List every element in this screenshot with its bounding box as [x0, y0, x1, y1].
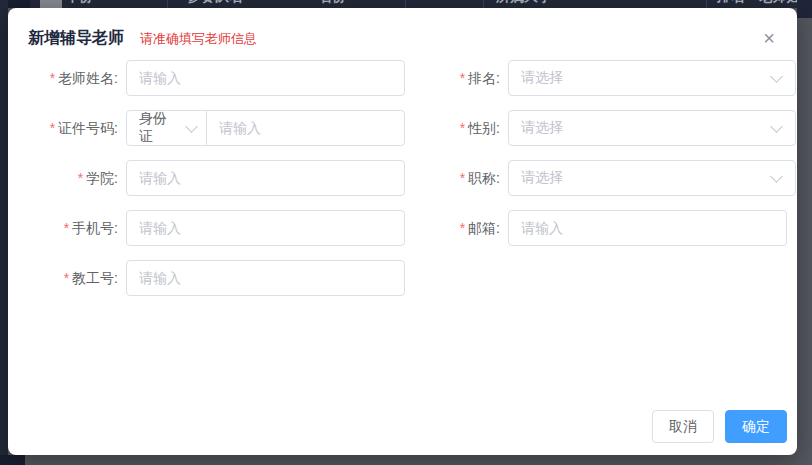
college-input[interactable]	[126, 160, 405, 196]
id-number-input[interactable]	[207, 111, 404, 145]
teacher-name-label: *老师姓名:	[28, 60, 126, 96]
chevron-down-icon	[770, 70, 783, 83]
background-left-strip	[0, 0, 8, 465]
dialog-header: 新增辅导老师 请准确填写老师信息	[8, 8, 797, 48]
chevron-down-icon	[770, 120, 783, 133]
gender-select[interactable]: 请选择	[508, 110, 796, 146]
form-field-id-number: *证件号码: 身份证	[28, 110, 405, 146]
cancel-button[interactable]: 取消	[652, 410, 714, 443]
title-label: *职称:	[405, 160, 508, 196]
rank-label: *排名:	[405, 60, 508, 96]
chevron-down-icon	[185, 120, 198, 133]
bg-column-university: 所属大学	[496, 0, 552, 6]
background-scroll-thumb	[40, 0, 62, 8]
required-asterisk: *	[460, 70, 465, 86]
required-asterisk: *	[64, 270, 69, 286]
required-asterisk: *	[50, 70, 55, 86]
phone-label: *手机号:	[28, 210, 126, 246]
id-type-select[interactable]: 身份证	[127, 111, 207, 145]
phone-input[interactable]	[126, 210, 405, 246]
staff-id-input[interactable]	[126, 260, 405, 296]
bg-column-rank: 排名	[717, 0, 745, 6]
id-number-group: 身份证	[126, 110, 405, 146]
teacher-name-input[interactable]	[126, 60, 405, 96]
column-divider	[483, 0, 484, 8]
form-field-gender: *性别: 请选择	[405, 110, 796, 146]
form-field-email: *邮箱:	[405, 210, 796, 246]
staff-id-label: *教工号:	[28, 260, 126, 296]
chevron-down-icon	[770, 170, 783, 183]
confirm-button[interactable]: 确定	[725, 410, 787, 443]
required-asterisk: *	[50, 120, 55, 136]
add-tutor-dialog: 新增辅导老师 请准确填写老师信息 × *老师姓名: *排名: 请选择 *证件号码…	[8, 8, 797, 455]
required-asterisk: *	[78, 170, 83, 186]
close-icon[interactable]: ×	[755, 24, 783, 52]
required-asterisk: *	[460, 170, 465, 186]
email-label: *邮箱:	[405, 210, 508, 246]
dialog-title: 新增辅导老师	[28, 28, 124, 48]
bg-column-team: 参赛队名	[187, 0, 243, 6]
form-field-staff-id: *教工号:	[28, 260, 405, 296]
title-select[interactable]: 请选择	[508, 160, 796, 196]
background-bottom-corner	[0, 455, 25, 465]
background-table-header: 年份 参赛队名 省份 所属大学 排名 老师姓名	[0, 0, 812, 8]
bg-column-year: 年份	[65, 0, 93, 6]
dialog-footer: 取消 确定	[652, 410, 787, 443]
required-asterisk: *	[460, 220, 465, 236]
form-field-phone: *手机号:	[28, 210, 405, 246]
form-field-rank: *排名: 请选择	[405, 60, 796, 96]
dialog-subtitle: 请准确填写老师信息	[140, 30, 257, 48]
college-label: *学院:	[28, 160, 126, 196]
bg-column-province: 省份	[318, 0, 346, 6]
gender-label: *性别:	[405, 110, 508, 146]
email-input[interactable]	[508, 210, 787, 246]
id-number-label: *证件号码:	[28, 110, 126, 146]
form-field-teacher-name: *老师姓名:	[28, 60, 405, 96]
form-field-title: *职称: 请选择	[405, 160, 796, 196]
background-right-block	[797, 0, 812, 18]
column-divider	[405, 0, 406, 8]
column-divider	[706, 0, 707, 8]
required-asterisk: *	[460, 120, 465, 136]
required-asterisk: *	[64, 220, 69, 236]
column-divider	[167, 0, 168, 8]
tutor-form: *老师姓名: *排名: 请选择 *证件号码: 身份证 *性别:	[8, 60, 797, 296]
form-field-college: *学院:	[28, 160, 405, 196]
rank-select[interactable]: 请选择	[508, 60, 796, 96]
